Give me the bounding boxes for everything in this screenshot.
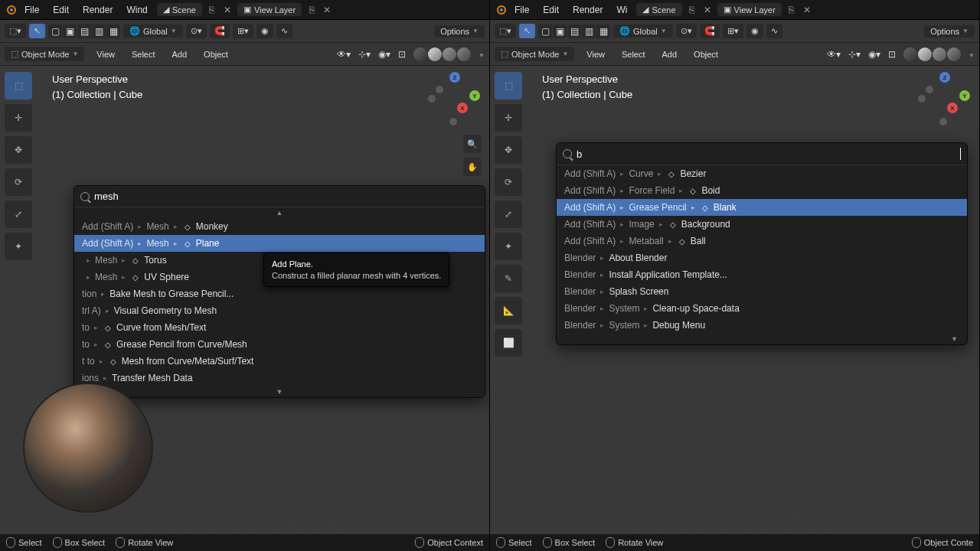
menu-render[interactable]: Render [567, 2, 609, 18]
select-mode-1[interactable]: ▢ [48, 24, 62, 38]
tool-rotate[interactable]: ⟳ [5, 168, 32, 196]
mode-selector[interactable]: ⬚ Object Mode ▼ [495, 47, 574, 61]
tool-transform[interactable]: ✦ [495, 233, 522, 260]
select-mode-4[interactable]: ▥ [92, 24, 106, 38]
shading-wireframe[interactable] [903, 47, 917, 61]
tool-cursor[interactable]: ✛ [5, 104, 32, 132]
nav-gizmo[interactable]: Z Y X [918, 72, 972, 126]
proportional-dropdown[interactable]: ∿ [276, 24, 292, 38]
visibility-dropdown[interactable]: 👁▾ [827, 49, 841, 60]
scene-new-icon[interactable]: ⎘ [205, 3, 219, 17]
xray-toggle[interactable]: ⊡ [398, 49, 406, 60]
cursor-tool[interactable]: ↖ [519, 24, 535, 38]
shading-rendered[interactable] [947, 47, 961, 61]
search-result[interactable]: trl A)▸Visual Geometry to Mesh [74, 302, 485, 319]
shading-wireframe[interactable] [413, 47, 427, 61]
axis-z[interactable]: Z [939, 72, 950, 83]
options-dropdown[interactable]: Options ▼ [434, 25, 485, 37]
pivot-dropdown[interactable]: ⊙▾ [186, 24, 207, 38]
proportional-dropdown[interactable]: ∿ [766, 24, 782, 38]
menu-file[interactable]: File [508, 2, 535, 18]
axis-z[interactable]: Z [449, 72, 460, 83]
mode-selector[interactable]: ⬚ Object Mode ▼ [5, 47, 84, 61]
search-result[interactable]: Add (Shift A)▸Mesh▸◇Monkey [74, 218, 485, 235]
tool-cursor[interactable]: ✛ [495, 104, 522, 132]
tool-scale[interactable]: ⤢ [495, 201, 522, 228]
tool-annotate[interactable]: ✎ [495, 265, 522, 292]
layer-new-icon[interactable]: ⎘ [305, 3, 318, 17]
search-result[interactable]: Blender▸About Blender [557, 249, 967, 266]
search-result[interactable]: Blender▸System▸Debug Menu [557, 317, 967, 334]
pivot-dropdown[interactable]: ⊙▾ [676, 24, 697, 38]
menu-view[interactable]: View [92, 47, 119, 61]
search-result[interactable]: Add (Shift A)▸Mesh▸◇Plane [74, 235, 485, 252]
menu-object[interactable]: Object [689, 47, 723, 61]
viewport[interactable]: User Perspective (1) Collection | Cube ⬚… [490, 66, 979, 551]
scene-close-icon[interactable]: ✕ [701, 3, 714, 17]
snap-dropdown[interactable]: ⊞▾ [723, 24, 743, 38]
tool-measure[interactable]: 📐 [495, 297, 522, 324]
snap-dropdown[interactable]: ⊞▾ [233, 24, 253, 38]
axis-neg-y[interactable] [428, 95, 436, 103]
shading-matprev[interactable] [933, 47, 946, 61]
search-result[interactable]: t to▸◇Mesh from Curve/Meta/Surf/Text [74, 353, 485, 370]
orientation-dropdown[interactable]: 🌐 Global ▼ [123, 24, 183, 37]
scroll-down-icon[interactable]: ▼ [74, 386, 485, 397]
search-input[interactable] [577, 148, 979, 160]
gizmo-dropdown[interactable]: ⊹▾ [358, 49, 371, 60]
scroll-up-icon[interactable]: ▲ [74, 207, 485, 218]
tool-select-box[interactable]: ⬚ [5, 72, 32, 99]
shading-dropdown[interactable]: ▼ [479, 49, 485, 60]
options-dropdown[interactable]: Options ▼ [924, 25, 975, 37]
axis-neg-z[interactable] [939, 118, 947, 126]
select-mode-2[interactable]: ▣ [553, 24, 567, 38]
editor-type[interactable]: ⬚▾ [5, 24, 26, 38]
search-result[interactable]: Add (Shift A)▸Force Field▸◇Boid [557, 182, 967, 199]
search-result[interactable]: Add (Shift A)▸Grease Pencil▸◇Blank [557, 199, 967, 216]
tool-scale[interactable]: ⤢ [5, 201, 32, 228]
menu-file[interactable]: File [18, 2, 45, 18]
viewlayer-selector[interactable]: ▣ View Layer [237, 3, 302, 16]
shading-solid[interactable] [428, 47, 442, 61]
menu-render[interactable]: Render [77, 2, 119, 18]
menu-edit[interactable]: Edit [47, 2, 75, 18]
search-result[interactable]: Blender▸Install Application Template... [557, 266, 967, 283]
shading-matprev[interactable] [443, 47, 456, 61]
search-result[interactable]: Add (Shift A)▸Curve▸◇Bezier [557, 165, 967, 182]
overlay-dropdown[interactable]: ◉▾ [378, 49, 390, 60]
axis-x[interactable]: X [457, 103, 468, 113]
menu-add[interactable]: Add [168, 47, 192, 61]
layer-close-icon[interactable]: ✕ [320, 3, 334, 17]
menu-window[interactable]: Wind [120, 2, 153, 18]
editor-type[interactable]: ⬚▾ [495, 24, 516, 38]
overlay-dropdown[interactable]: ◉▾ [868, 49, 880, 60]
layer-new-icon[interactable]: ⎘ [785, 3, 799, 17]
scroll-down-icon[interactable]: ▼ [557, 334, 967, 344]
proportional-toggle[interactable]: ◉ [256, 24, 273, 38]
axis-neg-z[interactable] [449, 118, 457, 126]
zoom-icon[interactable]: 🔍 [463, 135, 482, 153]
select-mode-5[interactable]: ▦ [106, 24, 120, 38]
snap-toggle[interactable]: 🧲 [210, 24, 230, 38]
visibility-dropdown[interactable]: 👁▾ [337, 49, 351, 60]
search-input[interactable] [94, 191, 479, 202]
select-mode-4[interactable]: ▥ [582, 24, 596, 38]
tool-move[interactable]: ✥ [5, 136, 32, 164]
select-mode-1[interactable]: ▢ [538, 24, 552, 38]
shading-dropdown[interactable]: ▼ [969, 49, 975, 60]
menu-view[interactable]: View [582, 47, 609, 61]
scene-close-icon[interactable]: ✕ [220, 3, 234, 17]
snap-toggle[interactable]: 🧲 [700, 24, 720, 38]
cursor-tool[interactable]: ↖ [29, 24, 45, 38]
axis-y[interactable]: Y [469, 90, 480, 101]
scene-selector[interactable]: ◢ Scene [636, 3, 681, 16]
menu-window[interactable]: Wi [610, 2, 633, 18]
search-result[interactable]: Add (Shift A)▸Metaball▸◇Ball [557, 233, 967, 249]
layer-close-icon[interactable]: ✕ [800, 3, 814, 17]
search-result[interactable]: Blender▸Splash Screen [557, 283, 967, 300]
pan-icon[interactable]: ✋ [463, 158, 482, 176]
select-mode-5[interactable]: ▦ [596, 24, 610, 38]
tool-select-box[interactable]: ⬚ [495, 72, 522, 99]
axis-neg-x[interactable] [926, 86, 933, 93]
orientation-dropdown[interactable]: 🌐 Global ▼ [613, 24, 673, 37]
